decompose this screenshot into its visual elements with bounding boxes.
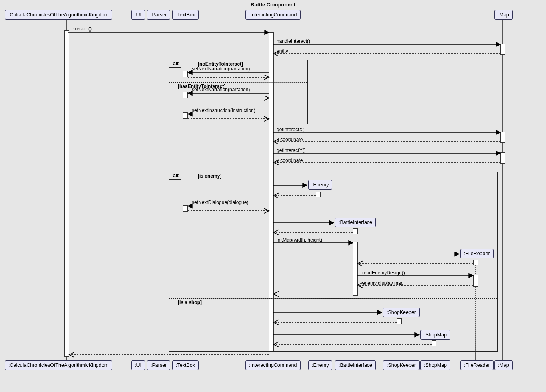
participant-shopm-bot: :ShopMap	[420, 360, 450, 370]
participant-calc-top: :CalculaChroniclesOfTheAlgorithmicKingdo…	[5, 10, 112, 20]
participant-ui-top: :UI	[131, 10, 145, 20]
alt-label-1: alt	[169, 60, 183, 68]
msg-xcoord: x coordinate	[277, 137, 303, 142]
alt-guard-hasentity: [hasEntityToInteract]	[178, 84, 225, 89]
msg-ycoord: y coordinate	[277, 158, 303, 163]
participant-battle: :BattleInterface	[335, 218, 376, 227]
msg-handleinteract: handleInteract()	[277, 38, 310, 44]
alt-divider-1	[169, 82, 307, 83]
activation-map-3	[500, 152, 505, 164]
lifeline-ui	[136, 20, 136, 360]
msg-execute: execute()	[72, 26, 92, 32]
participant-enemy: :Enemy	[308, 180, 332, 190]
participant-textbox-top: :TextBox	[172, 10, 199, 20]
participant-battle-bot: :BattleInterface	[335, 360, 376, 370]
lifeline-map	[502, 20, 503, 360]
participant-shopkeeper: :ShopKeeper	[383, 308, 420, 317]
participant-parser-top: :Parser	[147, 10, 170, 20]
alt-guard-shop: [is a shop]	[178, 300, 202, 305]
msg-getx: getInteractX()	[277, 127, 306, 132]
participant-fr-bot: :FileReader	[460, 360, 494, 370]
participant-ui-bot: :UI	[131, 360, 145, 370]
activation-map-2	[500, 132, 505, 143]
participant-calc-bot: :CalculaChroniclesOfTheAlgorithmicKingdo…	[5, 360, 112, 370]
participant-enemy-bot: :Enemy	[308, 360, 332, 370]
participant-shopk-bot: :ShopKeeper	[383, 360, 420, 370]
alt-divider-2	[169, 298, 497, 299]
diagram-title: Battle Component	[0, 2, 546, 8]
sequence-diagram: Battle Component :CalculaChroniclesOfThe…	[0, 0, 546, 392]
alt-label-2: alt	[169, 172, 183, 180]
activation-map-1	[500, 44, 505, 55]
activation-calc	[64, 30, 69, 357]
alt-guard-enemy: [is enemy]	[198, 173, 221, 179]
participant-filereader: :FileReader	[460, 249, 494, 258]
msg-gety: getInteractY()	[277, 148, 306, 153]
alt-frag-1: alt [noEntityToInteract] [hasEntityToInt…	[169, 60, 308, 124]
participant-map-bot: :Map	[494, 360, 513, 370]
alt-frag-2: alt [is enemy] [is a shop]	[169, 172, 498, 352]
participant-map-top: :Map	[494, 10, 513, 20]
participant-shopmap: :ShopMap	[420, 330, 450, 340]
participant-cmd-top: :InteractingCommand	[245, 10, 301, 20]
participant-parser-bot: :Parser	[147, 360, 170, 370]
lifeline-parser	[157, 20, 157, 360]
participant-cmd-bot: :InteractingCommand	[245, 360, 301, 370]
msg-entity: entity	[277, 48, 288, 54]
alt-guard-noentity: [noEntityToInteract]	[198, 61, 243, 67]
participant-textbox-bot: :TextBox	[172, 360, 199, 370]
